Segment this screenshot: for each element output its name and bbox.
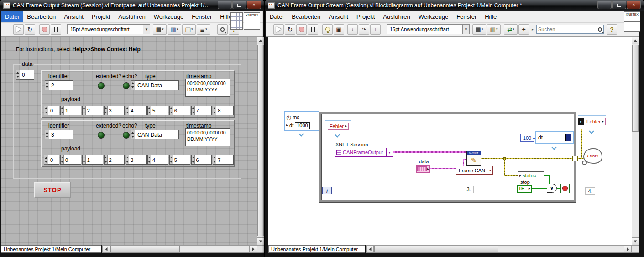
error-wire[interactable]: [504, 158, 505, 176]
instance-selector[interactable]: Frame CAN ▾: [456, 166, 493, 175]
scroll-right-icon[interactable]: [624, 246, 631, 252]
vi-icon[interactable]: XNETEX: [244, 12, 260, 30]
chevron-down-icon[interactable]: ▼: [462, 25, 469, 34]
spinner-icon[interactable]: [44, 106, 48, 115]
spinner-icon[interactable]: [83, 106, 86, 115]
titlebar[interactable]: CAN Frame Output Stream (Session).vi Blo…: [265, 0, 644, 11]
search-button[interactable]: [217, 24, 228, 35]
spinner-icon[interactable]: [192, 106, 195, 115]
payload-value[interactable]: 2: [108, 155, 125, 164]
spinner-icon[interactable]: [45, 80, 49, 90]
payload-value[interactable]: 6: [173, 106, 190, 115]
menu-hilfe[interactable]: Hilfe: [481, 11, 501, 22]
maximize-button[interactable]: [612, 1, 626, 9]
vertical-scrollbar[interactable]: [257, 37, 264, 245]
payload-cell[interactable]: 5: [147, 106, 168, 115]
menu-bearbeiten[interactable]: Bearbeiten: [288, 11, 325, 22]
payload-index-control[interactable]: 0: [44, 155, 59, 165]
echo-led[interactable]: [123, 82, 130, 89]
free-label-3[interactable]: 3.: [464, 186, 474, 193]
type-value[interactable]: CAN Data: [135, 80, 179, 90]
distribute-objects-button[interactable]: ▥▾: [487, 24, 501, 35]
highlight-execution-button[interactable]: [322, 24, 333, 35]
close-button[interactable]: ×: [627, 1, 641, 9]
wait-ms-express-vi[interactable]: ◷ ms ▸ dt 1000: [284, 111, 319, 131]
payload-value[interactable]: 5: [173, 155, 190, 164]
menu-fenster[interactable]: Fenster: [188, 11, 216, 22]
payload-value[interactable]: 3: [108, 106, 125, 115]
minimize-button[interactable]: [597, 1, 612, 9]
stop-button[interactable]: STOP: [34, 182, 71, 198]
step-into-button[interactable]: ↓: [347, 24, 358, 35]
spinner-icon[interactable]: [192, 155, 195, 164]
echo-led[interactable]: [123, 132, 130, 139]
payload-cell[interactable]: 2: [82, 106, 103, 115]
spinner-icon[interactable]: [148, 106, 151, 115]
payload-cell[interactable]: 4: [147, 155, 168, 165]
chevron-down-icon[interactable]: ▾: [489, 168, 491, 172]
expand-chevron-icon[interactable]: [298, 131, 304, 136]
align-objects-button[interactable]: ▤▾: [153, 24, 167, 35]
payload-cell[interactable]: 6: [169, 106, 190, 115]
error-in-constant[interactable]: Fehler▸: [325, 120, 351, 132]
search-expand-icon[interactable]: ▸: [532, 27, 534, 32]
identifier-control[interactable]: 3: [45, 130, 73, 139]
run-button[interactable]: [13, 24, 24, 35]
font-selector[interactable]: 15pt Anwendungsschriftart ▼: [67, 24, 150, 34]
boolean-wire[interactable]: [532, 188, 547, 189]
horizontal-scrollbar[interactable]: [102, 245, 257, 253]
spinner-icon[interactable]: [170, 106, 173, 115]
spinner-icon[interactable]: [213, 155, 216, 164]
spinner-icon[interactable]: [170, 155, 173, 164]
payload-cell[interactable]: 5: [169, 155, 190, 165]
menu-ausfuehren[interactable]: Ausführen: [114, 11, 149, 22]
status-project-path[interactable]: Unbenanntes Projekt 1/Mein Computer: [268, 245, 365, 253]
chevron-down-icon[interactable]: ▼: [143, 25, 150, 34]
vertical-scrollbar[interactable]: [632, 37, 639, 245]
payload-value[interactable]: 4: [151, 155, 168, 164]
free-label-4[interactable]: 4.: [585, 187, 595, 195]
or-gate[interactable]: ∨: [547, 184, 557, 193]
align-objects-button[interactable]: ▤▾: [472, 24, 486, 35]
run-continuous-button[interactable]: ↻: [25, 24, 35, 35]
array-index-value[interactable]: 0: [20, 70, 34, 80]
abort-button[interactable]: [296, 24, 307, 35]
payload-index-value[interactable]: 0: [48, 155, 59, 165]
payload-index-control[interactable]: 0: [44, 106, 59, 115]
maximize-button[interactable]: [232, 1, 246, 9]
spinner-icon[interactable]: [131, 130, 135, 139]
titlebar[interactable]: CAN Frame Output Stream (Session).vi Fro…: [0, 0, 264, 11]
scroll-left-icon[interactable]: [367, 246, 374, 252]
error-wire[interactable]: [481, 158, 573, 159]
payload-cell[interactable]: 3: [126, 155, 147, 165]
connector-pane-icon[interactable]: [230, 12, 243, 30]
loop-condition-terminal[interactable]: [560, 184, 570, 193]
array-index-control[interactable]: 0: [16, 70, 34, 80]
step-out-button[interactable]: ↑: [370, 24, 381, 35]
payload-cell[interactable]: 0: [60, 155, 81, 165]
spinner-icon[interactable]: [16, 70, 20, 80]
dt-express-indicator[interactable]: dt: [535, 131, 574, 144]
extended-led[interactable]: [98, 132, 105, 139]
payload-cell[interactable]: 4: [126, 106, 147, 115]
menu-datei[interactable]: Datei: [1, 11, 23, 22]
spinner-icon[interactable]: [61, 106, 64, 115]
dt-value[interactable]: 1000: [295, 122, 309, 129]
search-field[interactable]: [536, 25, 604, 34]
payload-value[interactable]: 1: [86, 155, 103, 164]
payload-value[interactable]: 4: [129, 106, 146, 115]
spinner-icon[interactable]: [105, 155, 108, 164]
menu-werkzeuge[interactable]: Werkzeuge: [414, 11, 453, 22]
type-ring[interactable]: CAN Data: [131, 130, 179, 139]
spinner-icon[interactable]: [45, 130, 49, 139]
menu-ansicht[interactable]: Ansicht: [60, 11, 88, 22]
payload-value[interactable]: 3: [129, 155, 146, 164]
payload-cell[interactable]: 1: [60, 106, 81, 115]
connector-pane-icon[interactable]: [624, 21, 640, 32]
spinner-icon[interactable]: [105, 106, 108, 115]
simple-error-handler-node[interactable]: Error !: [583, 148, 602, 164]
xnet-write-node[interactable]: NI-XNET ✎: [466, 151, 481, 166]
scroll-down-icon[interactable]: [632, 237, 639, 245]
menu-projekt[interactable]: Projekt: [88, 11, 114, 22]
distribute-objects-button[interactable]: ▥▾: [168, 24, 181, 35]
